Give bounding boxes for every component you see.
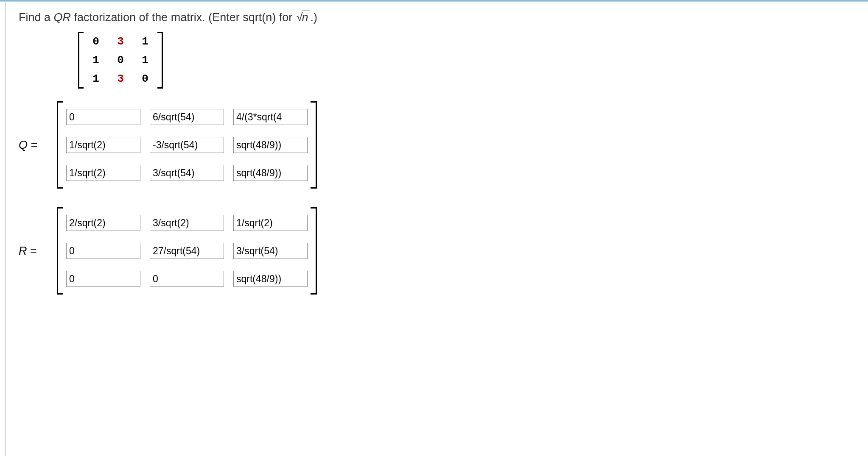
r-input-1-1[interactable]	[150, 243, 224, 259]
given-cell: 0	[86, 35, 106, 48]
prompt-part1: Find a	[19, 11, 54, 24]
given-cell: 0	[135, 72, 155, 85]
given-matrix: 031101130	[78, 32, 855, 89]
q-input-0-2[interactable]	[233, 109, 308, 125]
given-cell: 3	[110, 72, 131, 85]
q-input-1-2[interactable]	[233, 137, 308, 153]
prompt-qr: QR	[54, 11, 71, 24]
r-input-1-2[interactable]	[233, 243, 308, 259]
r-label-letter: R	[19, 245, 27, 257]
q-input-1-1[interactable]	[150, 137, 224, 153]
r-matrix-brackets	[57, 207, 317, 295]
q-input-1-0[interactable]	[66, 137, 140, 153]
r-label: R =	[19, 245, 57, 258]
equals-sign: =	[30, 245, 37, 257]
r-input-1-0[interactable]	[66, 243, 140, 259]
q-input-2-0[interactable]	[66, 165, 140, 181]
given-cell: 3	[110, 35, 131, 48]
r-input-2-1[interactable]	[150, 271, 224, 287]
given-cell: 1	[86, 72, 106, 85]
equals-sign: =	[31, 139, 38, 151]
q-input-0-0[interactable]	[66, 109, 140, 125]
sqrt-radicand: n	[302, 11, 310, 24]
q-input-2-2[interactable]	[233, 165, 308, 181]
given-cell: 0	[110, 54, 131, 67]
r-input-2-0[interactable]	[66, 271, 140, 287]
given-cell: 1	[135, 35, 155, 48]
q-label: Q =	[19, 139, 57, 152]
prompt-part2: factorization of the matrix. (Enter sqrt…	[71, 11, 296, 24]
q-matrix-row: Q =	[19, 101, 855, 189]
sqrt-symbol: n	[296, 11, 311, 24]
q-input-2-1[interactable]	[150, 165, 224, 181]
q-label-letter: Q	[19, 139, 28, 151]
r-input-0-2[interactable]	[233, 215, 308, 231]
question-content: Find a QR factorization of the matrix. (…	[0, 2, 868, 330]
r-input-0-1[interactable]	[150, 215, 224, 231]
q-input-0-1[interactable]	[150, 109, 224, 125]
left-divider	[5, 2, 6, 330]
question-prompt: Find a QR factorization of the matrix. (…	[19, 11, 855, 24]
r-input-2-2[interactable]	[233, 271, 308, 287]
r-matrix-row: R =	[19, 207, 855, 295]
prompt-part3: .)	[311, 11, 318, 24]
q-matrix-brackets	[57, 101, 317, 189]
given-cell: 1	[86, 54, 106, 67]
given-cell: 1	[135, 54, 155, 67]
given-matrix-brackets: 031101130	[78, 32, 163, 89]
r-input-0-0[interactable]	[66, 215, 140, 231]
